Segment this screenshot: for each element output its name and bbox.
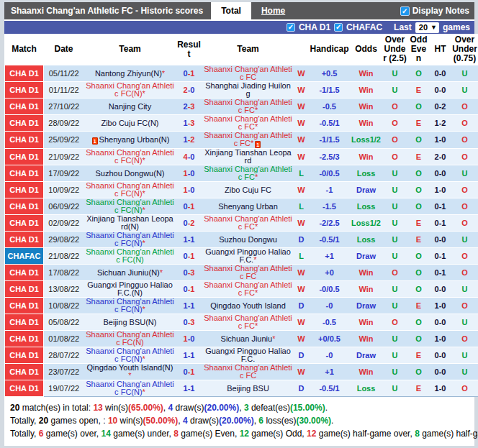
red-card-icon: 1 [92, 137, 98, 145]
tab-total[interactable]: Total [211, 2, 251, 19]
odd-even: E [408, 115, 430, 132]
away-goals: -0 [188, 152, 195, 161]
handicap-value: -0/0.5 [309, 165, 351, 182]
half-time-score: 1-0 [430, 182, 451, 198]
half-time-score: 1-0 [430, 380, 451, 397]
odd-even: O [408, 331, 430, 347]
filter-bar: CHA D1 CHAFAC Last 20 ▼ games [4, 21, 474, 34]
match-row: CHA D110/08/22Shaanxi Chang'an Athletic … [5, 298, 478, 314]
odd-even: E [408, 82, 430, 99]
result-letter: L [294, 248, 309, 265]
summary-segment: 13 [93, 403, 102, 413]
team-name: Shaanxi Chang'an Athletic FC(N) [86, 198, 174, 214]
match-row: CHA D125/09/221Shenyang Urban(N)1-2Shaan… [5, 132, 478, 149]
team-name: Shaanxi Chang'an Athletic FC [204, 131, 292, 147]
summary-segment: draw(s) [173, 403, 204, 413]
half-time-score: 1-2 [430, 115, 451, 132]
match-date: 13/08/22 [44, 281, 84, 298]
match-score: 0-1 [176, 65, 202, 82]
handicap-result: Win [351, 115, 382, 132]
match-row: CHA D128/07/22Shaanxi Chang'an Athletic … [5, 347, 478, 364]
match-row: CHA D119/07/22Shaanxi Chang'an Athletic … [5, 380, 478, 397]
summary-segment: draw(s) [188, 416, 219, 426]
match-row: CHA D117/09/22Suzhou Dongwu(N)1-0Shaanxi… [5, 165, 478, 182]
over-under-0-75: O [451, 99, 478, 115]
match-score: 1-1 [176, 298, 202, 314]
away-team: Zibo Cuju FC [202, 182, 294, 198]
handicap-value: -0 [309, 298, 351, 314]
odd-even: O [408, 182, 430, 198]
handicap-result: Draw [351, 248, 382, 265]
handicap-value: -0.5 [309, 314, 351, 331]
match-row: CHAFAC21/08/22Shaanxi Chang'an Athletic … [5, 248, 478, 265]
over-under-0-75: O [451, 182, 478, 198]
col-header-result: Result [176, 34, 202, 65]
match-date: 10/09/22 [44, 182, 84, 198]
cha-d1-checkbox[interactable] [287, 23, 295, 32]
handicap-result: Win [351, 99, 382, 115]
match-row: CHA D113/08/22Guangxi Pingguo Haliao F.C… [5, 281, 478, 298]
odd-even: O [408, 99, 430, 115]
team-name: Shaanxi Chang'an Athletic FC(N) [86, 380, 174, 396]
half-time-score: 0-0 [430, 347, 451, 364]
home-team: Shaanxi Chang'an Athletic FC(N) [84, 248, 176, 265]
handicap-value: -1.5 [309, 198, 351, 215]
tab-home[interactable]: Home [251, 2, 295, 19]
over-under-2-5: U [382, 380, 408, 397]
team-name: Sichuan Jiuniu(N) [97, 268, 160, 277]
over-under-2-5: U [382, 248, 408, 265]
col-header-odds: Odds [351, 34, 382, 65]
match-row: CHA D117/08/22Sichuan Jiuniu(N)*0-3Shaan… [5, 265, 478, 281]
summary-segment: game(s) half-game under [420, 429, 478, 439]
match-row: CHA D123/07/22Qingdao Youth Island(N)*0-… [5, 364, 478, 380]
team-name: Shaanxi Chang'an Athletic FC [204, 264, 292, 280]
summary-segment: (20.00%) [219, 416, 254, 426]
last-games-select[interactable]: 20 ▼ [415, 22, 439, 33]
handicap-value: -2/2.5 [309, 215, 351, 232]
match-score: 1-1 [176, 347, 202, 364]
summary-segment: (15.00%) [290, 403, 325, 413]
team-name: Shaanxi Chang'an Athletic FC(N) [86, 347, 174, 363]
away-team: Shaanxi Chang'an Athletic FC [202, 265, 294, 281]
asterisk-marker: * [143, 305, 145, 314]
team-name: Shaanxi Chang'an Athletic FC [204, 65, 292, 81]
half-time-score: 0-2 [430, 99, 451, 115]
team-name: Shaanxi Chang'an Athletic FC [204, 363, 292, 380]
half-time-score: 0-0 [430, 65, 451, 82]
display-notes-checkbox[interactable] [400, 6, 410, 16]
match-score: 2-0 [176, 82, 202, 99]
summary-segment: 10 [108, 416, 117, 426]
match-row: CHA D102/09/22Xinjiang Tianshan Leopard(… [5, 215, 478, 232]
summary-segment: 12 [307, 429, 316, 439]
home-team: Shaanxi Chang'an Athletic FC(N) [84, 331, 176, 347]
half-time-score: 0-0 [430, 314, 451, 331]
match-row: CHA D105/08/22Beijing BSU(N)0-3Shaanxi C… [5, 314, 478, 331]
result-letter: W [294, 265, 309, 281]
result-letter: D [294, 298, 309, 314]
match-date: 28/07/22 [44, 347, 84, 364]
home-team: Shaanxi Chang'an Athletic FC(N)* [84, 232, 176, 248]
matches-table-header-row: MatchDateTeamResultTeamHandicapOddsOver … [5, 34, 478, 65]
over-under-2-5: U [382, 298, 408, 314]
match-score: 2-3 [176, 99, 202, 115]
handicap-value: -1/1.5 [309, 132, 351, 149]
handicap-value: -0.5/1 [309, 232, 351, 248]
widget-frame: Shaanxi Chang'an Athletic FC - Historic … [4, 2, 474, 446]
matches-table: MatchDateTeamResultTeamHandicapOddsOver … [4, 34, 478, 397]
games-label: games [443, 22, 470, 32]
match-date: 23/07/22 [44, 364, 84, 380]
match-date: 17/09/22 [44, 165, 84, 182]
summary-segment: games open, : [48, 416, 108, 426]
match-score: 0-3 [176, 314, 202, 331]
away-team: Shaanxi Chang'an Athletic FC [202, 364, 294, 380]
match-score: 1-2 [176, 132, 202, 149]
summary-segment: . [325, 403, 328, 413]
result-letter: W [294, 314, 309, 331]
chafac-checkbox[interactable] [334, 23, 343, 32]
home-team: Shaanxi Chang'an Athletic FC(N)* [84, 82, 176, 99]
result-letter: W [294, 99, 309, 115]
handicap-result: Win [351, 364, 382, 380]
col-header-handicap: Handicap [309, 34, 351, 65]
away-team: Qingdao Youth Island [202, 298, 294, 314]
home-team: Shaanxi Chang'an Athletic FC(N)* [84, 149, 176, 165]
